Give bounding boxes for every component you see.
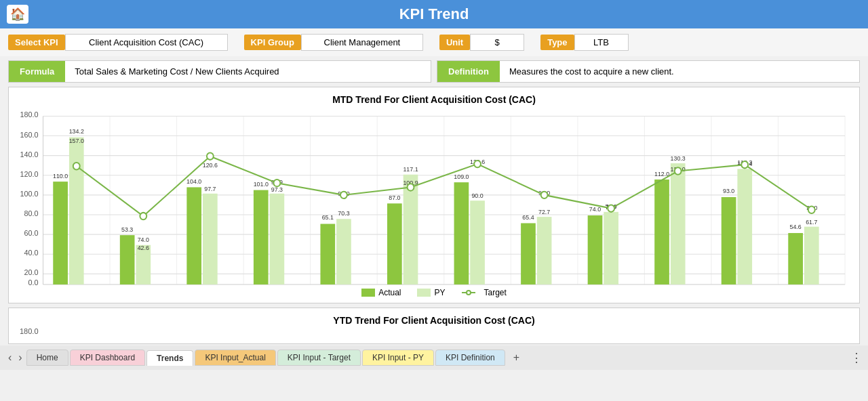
svg-text:134.2: 134.2 xyxy=(69,128,84,135)
svg-text:42.6: 42.6 xyxy=(138,245,149,251)
svg-text:101.0: 101.0 xyxy=(254,181,269,188)
svg-text:20.0: 20.0 xyxy=(24,268,39,276)
bar-py-jul xyxy=(470,200,485,284)
bar-py-jan xyxy=(69,138,84,284)
bar-actual-jul xyxy=(454,182,469,284)
mtd-legend: Actual PY Target xyxy=(20,288,848,297)
svg-text:53.3: 53.3 xyxy=(121,226,133,233)
select-kpi-value[interactable]: Client Acquisition Cost (CAC) xyxy=(65,34,228,51)
definition-text: Measures the cost to acquire a new clien… xyxy=(500,61,859,82)
kpi-group-label: KPI Group xyxy=(244,35,301,50)
svg-text:117.1: 117.1 xyxy=(403,165,418,172)
header: 🏠 KPI Trend xyxy=(0,0,868,28)
tab-kpi-input-py[interactable]: KPI Input - PY xyxy=(362,350,434,366)
svg-text:93.0: 93.0 xyxy=(723,188,734,194)
legend-target-line xyxy=(462,292,475,293)
svg-point-72 xyxy=(273,180,280,186)
type-group: Type LTB xyxy=(540,34,628,51)
unit-group: Unit $ xyxy=(439,34,524,51)
svg-point-76 xyxy=(541,192,548,198)
unit-value[interactable]: $ xyxy=(470,34,524,51)
bar-py-may xyxy=(336,219,351,284)
bar-actual-aug xyxy=(521,223,536,284)
svg-text:120.0: 120.0 xyxy=(20,170,39,178)
legend-py-color xyxy=(417,289,431,297)
legend-py: PY xyxy=(417,288,445,297)
legend-actual: Actual xyxy=(361,288,401,297)
mtd-chart-container: MTD Trend For Client Acquisition Cost (C… xyxy=(8,87,860,303)
bar-py-apr xyxy=(270,194,285,284)
svg-text:160.0: 160.0 xyxy=(20,130,39,138)
svg-point-75 xyxy=(474,161,481,167)
tab-add[interactable]: + xyxy=(507,349,526,366)
tab-kpi-definition[interactable]: KPI Definition xyxy=(435,350,505,366)
svg-point-74 xyxy=(408,184,414,190)
svg-point-69 xyxy=(73,163,80,169)
legend-target-label: Target xyxy=(484,288,507,297)
svg-text:90.0: 90.0 xyxy=(471,192,483,199)
svg-text:120.6: 120.6 xyxy=(203,162,218,169)
legend-actual-label: Actual xyxy=(378,288,401,297)
kpi-group-value[interactable]: Client Management xyxy=(301,34,423,51)
tab-prev[interactable]: ‹ xyxy=(5,352,14,364)
select-kpi-group: Select KPI Client Acquisition Cost (CAC) xyxy=(8,34,228,51)
svg-text:70.3: 70.3 xyxy=(338,210,349,217)
legend-actual-color xyxy=(361,289,375,297)
tab-kpi-input-actual[interactable]: KPI Input_Actual xyxy=(195,350,275,366)
home-icon[interactable]: 🏠 xyxy=(7,5,28,24)
formula-text: Total Sales & Marketing Cost / New Clien… xyxy=(65,61,431,82)
definition-box: Definition Measures the cost to acquire … xyxy=(437,60,860,83)
bar-actual-apr xyxy=(254,190,269,284)
bar-actual-dec xyxy=(788,233,803,284)
svg-point-77 xyxy=(608,205,614,211)
tab-trends[interactable]: Trends xyxy=(146,350,193,366)
tab-menu-icon[interactable]: ⋮ xyxy=(850,350,863,365)
svg-point-71 xyxy=(207,152,214,159)
svg-point-78 xyxy=(675,167,682,174)
tab-next[interactable]: › xyxy=(16,352,24,364)
svg-text:87.0: 87.0 xyxy=(389,194,400,201)
mtd-chart-svg: 180.0 160.0 140.0 120.0 100.0 80.0 60.0 … xyxy=(20,109,848,285)
bar-py-sep xyxy=(604,212,618,284)
page-title: KPI Trend xyxy=(399,5,469,22)
kpi-group-group: KPI Group Client Management xyxy=(244,34,423,51)
svg-text:80.0: 80.0 xyxy=(24,209,39,217)
legend-target: Target xyxy=(462,288,507,297)
bar-actual-nov xyxy=(722,197,736,284)
svg-text:40.0: 40.0 xyxy=(24,249,39,257)
svg-text:65.4: 65.4 xyxy=(522,214,534,221)
bar-actual-feb xyxy=(120,235,135,284)
bar-py-oct xyxy=(671,163,686,284)
tab-kpi-dashboard[interactable]: KPI Dashboard xyxy=(70,350,145,366)
svg-point-80 xyxy=(808,207,815,213)
bar-actual-mar xyxy=(186,187,201,284)
ytd-chart-title: YTD Trend For Client Acquisition Cost (C… xyxy=(20,315,848,326)
bar-actual-may xyxy=(320,224,335,284)
formula-definition-row: Formula Total Sales & Marketing Cost / N… xyxy=(8,60,860,83)
bar-actual-jun xyxy=(387,203,402,284)
svg-text:157.0: 157.0 xyxy=(69,138,84,144)
mtd-chart-area: 180.0 160.0 140.0 120.0 100.0 80.0 60.0 … xyxy=(20,109,848,285)
tab-kpi-input-target[interactable]: KPI Input - Target xyxy=(277,350,361,366)
unit-label: Unit xyxy=(439,35,470,50)
ytd-y-axis: 180.0 xyxy=(20,327,848,335)
svg-text:180.0: 180.0 xyxy=(20,110,39,119)
ytd-chart-container: YTD Trend For Client Acquisition Cost (C… xyxy=(8,308,860,344)
mtd-chart-title: MTD Trend For Client Acquisition Cost (C… xyxy=(20,94,848,105)
definition-label: Definition xyxy=(437,61,500,82)
bar-py-mar xyxy=(203,194,218,284)
svg-text:100.0: 100.0 xyxy=(20,190,39,198)
bottom-tabs: ‹ › Home KPI Dashboard Trends KPI Input_… xyxy=(0,345,868,370)
svg-text:54.6: 54.6 xyxy=(790,224,802,230)
toolbar: Select KPI Client Acquisition Cost (CAC)… xyxy=(0,28,868,56)
type-value[interactable]: LTB xyxy=(574,34,629,51)
svg-text:130.3: 130.3 xyxy=(671,155,686,162)
svg-point-70 xyxy=(140,213,146,219)
select-kpi-label: Select KPI xyxy=(8,35,65,50)
tab-home[interactable]: Home xyxy=(26,350,68,366)
svg-text:0.0: 0.0 xyxy=(28,278,39,285)
bar-actual-oct xyxy=(654,180,669,284)
legend-py-label: PY xyxy=(434,288,445,297)
svg-text:60.0: 60.0 xyxy=(24,229,39,237)
formula-label: Formula xyxy=(9,61,65,82)
